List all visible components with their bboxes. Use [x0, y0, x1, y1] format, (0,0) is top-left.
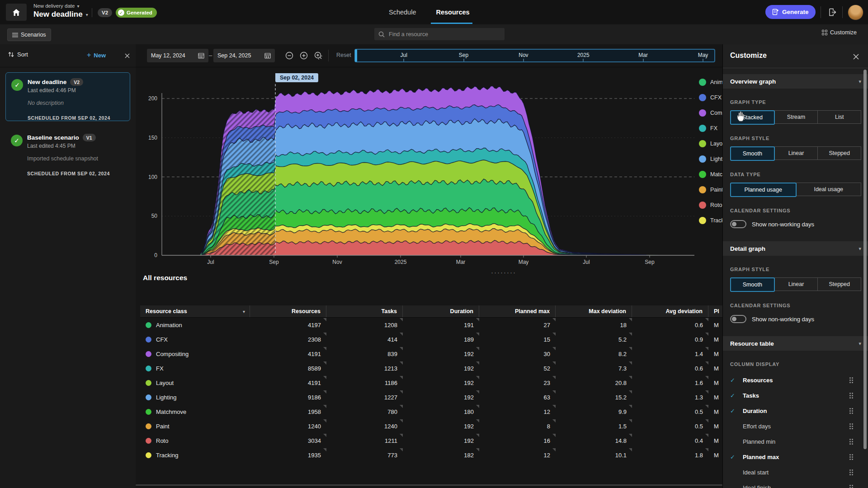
generate-button[interactable]: Generate [765, 5, 816, 19]
column-option-effort-days[interactable]: Effort days [723, 418, 860, 434]
legend-item[interactable]: Tracking [699, 217, 722, 224]
column-header-planned-max[interactable]: Planned max [479, 305, 556, 317]
column-option-ideal-start[interactable]: Ideal start [723, 465, 860, 480]
zoom-in-button[interactable] [299, 51, 308, 60]
scenario-card[interactable]: ✓Baseline scenarioV1Last edited 4:45 PMI… [5, 128, 130, 177]
column-header-duration[interactable]: Duration [403, 305, 479, 317]
scenario-card[interactable]: ✓New deadlineV2Last edited 4:46 PMNo des… [5, 72, 130, 121]
breadcrumb-project[interactable]: New delivery date ▾ [33, 3, 79, 9]
column-header-tasks[interactable]: Tasks [326, 305, 403, 317]
toggle-switch[interactable] [730, 220, 746, 228]
column-option-duration[interactable]: ✓Duration [723, 403, 860, 418]
group-label: GRAPH TYPE [730, 99, 853, 105]
panel-scrollbar[interactable] [863, 70, 867, 449]
option-linear[interactable]: Linear [774, 277, 818, 291]
legend-item[interactable]: Layout [699, 140, 722, 147]
scenarios-toggle-button[interactable]: Scenarios [7, 28, 51, 41]
zoom-fit-button[interactable] [314, 51, 323, 60]
drag-handle-icon[interactable] [849, 439, 853, 444]
option-stream[interactable]: Stream [774, 110, 818, 124]
legend-item[interactable]: Roto [699, 202, 722, 209]
search-input[interactable] [388, 31, 489, 38]
chart-toolbar: May 12, 2024 – Sep 24, 2025 [136, 44, 722, 67]
table-row[interactable]: Lighting918612271926315.21.3M [140, 390, 722, 404]
section-header-detail-graph[interactable]: Detail graph▾ [723, 241, 868, 256]
sort-button[interactable]: Sort [8, 51, 28, 58]
overview-chart[interactable]: 050100150200JulSepNov2025MarMayJulSep [136, 67, 722, 279]
tab-resources[interactable]: Resources [436, 0, 469, 24]
stacked-area-chart[interactable]: 050100150200JulSepNov2025MarMayJulSep [136, 67, 722, 279]
legend-color-dot [699, 171, 706, 178]
value-cell: 12 [479, 448, 556, 462]
legend-item[interactable]: Animation [699, 79, 722, 86]
column-option-planned-min[interactable]: Planned min [723, 434, 860, 449]
home-button[interactable] [6, 4, 27, 21]
drag-handle-icon[interactable] [849, 408, 853, 413]
legend-item[interactable]: Paint [699, 186, 722, 193]
resource-class-name: Matchmove [156, 408, 186, 415]
horizontal-scrollbar[interactable] [136, 484, 722, 486]
new-scenario-button[interactable]: + New [87, 51, 106, 59]
scenario-title-dropdown[interactable]: New deadline ▾ [33, 10, 88, 19]
table-row[interactable]: Layout419111861922320.81.6M [140, 375, 722, 390]
date-to-field[interactable]: Sep 24, 2025 [213, 49, 275, 62]
drag-handle-icon[interactable] [849, 393, 853, 398]
column-header-max-deviation[interactable]: Max deviation [556, 305, 632, 317]
close-customize-button[interactable] [852, 52, 860, 61]
column-option-tasks[interactable]: ✓Tasks [723, 388, 860, 403]
table-row[interactable]: FX85891213192527.30.6M [140, 361, 722, 375]
column-option-planned-max[interactable]: ✓Planned max [723, 449, 860, 465]
option-ideal-usage[interactable]: Ideal usage [796, 183, 862, 196]
option-linear[interactable]: Linear [774, 146, 818, 160]
chevron-down-icon[interactable]: ▾ [243, 309, 245, 314]
table-row[interactable]: CFX2308414189155.20.9M [140, 332, 722, 347]
column-header-resource-class[interactable]: Resource class▾ [140, 305, 250, 317]
option-planned-usage[interactable]: Planned usage [730, 183, 797, 197]
legend-item[interactable]: CFX [699, 94, 722, 101]
tab-schedule[interactable]: Schedule [389, 0, 416, 24]
option-smooth[interactable]: Smooth [730, 146, 775, 161]
table-row[interactable]: Roto303412111921614.80.4M [140, 433, 722, 448]
user-avatar[interactable] [848, 5, 863, 20]
option-stepped[interactable]: Stepped [817, 146, 861, 160]
date-from-field[interactable]: May 12, 2024 [147, 49, 208, 62]
table-row[interactable]: Animation4197120819127180.6M [140, 318, 722, 332]
export-button[interactable] [827, 7, 838, 18]
option-stepped[interactable]: Stepped [817, 277, 861, 291]
scrubber-handle[interactable] [355, 49, 357, 62]
table-row[interactable]: Compositing4191839192308.21.4M [140, 347, 722, 361]
value-cell: 27 [479, 318, 556, 332]
drag-handle-icon[interactable] [849, 454, 853, 460]
panel-resize-grip[interactable]: ········ [491, 268, 516, 276]
customize-toggle-button[interactable]: Customize [822, 29, 857, 36]
drag-handle-icon[interactable] [849, 423, 853, 429]
table-row[interactable]: Paint1240124019281.50.5M [140, 419, 722, 433]
drag-handle-icon[interactable] [849, 377, 853, 383]
column-option-ideal-finish[interactable]: Ideal finish [723, 480, 860, 488]
section-header-overview-graph[interactable]: Overview graph▾ [723, 74, 868, 89]
drag-handle-icon[interactable] [849, 469, 853, 475]
drag-handle-icon[interactable] [849, 485, 853, 488]
table-row[interactable]: Matchmove1958780180129.90.5M [140, 404, 722, 419]
option-list[interactable]: List [817, 110, 861, 124]
option-smooth[interactable]: Smooth [730, 277, 775, 292]
column-header-label: Duration [450, 308, 473, 314]
column-option-label: Ideal start [743, 469, 769, 476]
section-header-resource-table[interactable]: Resource table▾ [723, 336, 868, 351]
legend-item[interactable]: Lighting [699, 155, 722, 163]
toggle-switch[interactable] [730, 315, 746, 323]
legend-item[interactable]: Matchmove [699, 171, 722, 178]
reset-zoom-button[interactable]: Reset [336, 52, 351, 58]
column-header-pl[interactable]: Pl [708, 305, 722, 317]
column-header-avg-deviation[interactable]: Avg deviation [632, 305, 708, 317]
group-label: DATA TYPE [730, 172, 853, 177]
close-sidebar-button[interactable] [123, 52, 131, 60]
column-header-resources[interactable]: Resources [250, 305, 326, 317]
legend-item[interactable]: Compositing [699, 109, 722, 117]
timeline-scrubber[interactable]: JulSepNov2025MarMay [354, 49, 715, 62]
table-row[interactable]: Tracking19357731821210.11.8M [140, 448, 722, 462]
zoom-out-button[interactable] [285, 51, 294, 60]
legend-item[interactable]: FX [699, 125, 717, 132]
column-option-resources[interactable]: ✓Resources [723, 372, 860, 388]
resource-search[interactable] [374, 28, 505, 40]
